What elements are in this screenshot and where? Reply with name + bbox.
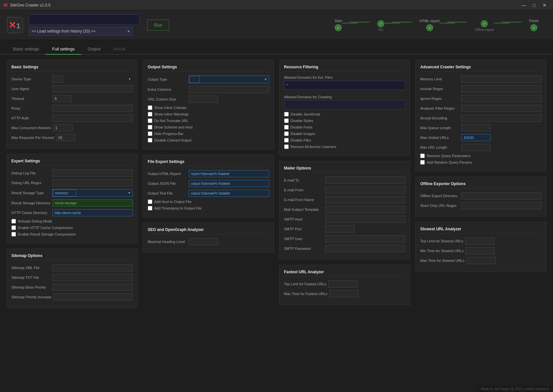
max-queue-length-input[interactable]: [461, 124, 491, 131]
max-rps-input[interactable]: [56, 134, 76, 141]
timeout-input[interactable]: [52, 95, 72, 102]
disable-js-checkbox[interactable]: [284, 112, 289, 116]
memory-limit-label: Memory Limit: [420, 77, 459, 81]
header: ✕ 1 https://crawler.siteone.io == Load s…: [0, 10, 553, 40]
remove-anchor-label: Remove All Anchor Listeners: [291, 145, 337, 149]
min-time-slowest-input[interactable]: [465, 247, 495, 254]
history-select[interactable]: == Load settings from history (33) ==: [29, 27, 133, 36]
show-scheme-host-checkbox[interactable]: [148, 125, 152, 129]
step-finish-label: Finish: [529, 19, 539, 23]
smtp-port-input[interactable]: [325, 225, 354, 233]
top-limit-slowest-label: Top Limit for Slowest URLs: [420, 239, 463, 243]
top-limit-slowest-input[interactable]: [465, 237, 494, 245]
store-only-url-regex-input[interactable]: [461, 202, 542, 209]
add-timestamp-checkbox[interactable]: [148, 206, 152, 210]
debug-url-input[interactable]: [52, 179, 133, 186]
max-workers-row: Max Concurrent Workers: [11, 124, 133, 131]
accept-encoding-input[interactable]: [461, 115, 542, 122]
seo-analyzer-title: SEO and OpenGraph Analyzer: [148, 227, 269, 234]
step-line-3: [447, 22, 467, 22]
email-from-name-input[interactable]: [325, 196, 406, 203]
sitemap-base-priority-input[interactable]: [52, 284, 133, 291]
activate-debug-row: Activate Debug Mode: [11, 219, 133, 223]
ignore-regex-input[interactable]: [461, 95, 542, 102]
analyzer-filter-regex-label: Analyzer Filter Regex: [420, 106, 459, 110]
smtp-password-input[interactable]: [325, 245, 406, 252]
output-type-select[interactable]: [189, 76, 200, 83]
offline-export-dir-input[interactable]: [461, 192, 542, 199]
close-button[interactable]: ✕: [540, 1, 549, 10]
tab-result[interactable]: Result: [107, 44, 132, 55]
tab-full-settings[interactable]: Full settings: [46, 44, 81, 55]
sitemap-priority-increase-input[interactable]: [53, 293, 133, 301]
advanced-crawler-title: Advanced Crawler Settings: [420, 65, 542, 72]
minimize-button[interactable]: —: [519, 1, 528, 10]
smtp-port-label: SMTP Port: [284, 227, 323, 231]
remove-anchor-checkbox[interactable]: [284, 144, 289, 149]
sitemap-xml-input[interactable]: [52, 264, 133, 271]
add-host-checkbox[interactable]: [148, 199, 152, 204]
max-url-length-input[interactable]: [461, 144, 491, 151]
tab-output[interactable]: Output: [81, 44, 107, 55]
do-not-truncate-checkbox[interactable]: [148, 118, 152, 123]
disable-colored-output-checkbox[interactable]: [148, 138, 152, 142]
output-html-report-label: Output HTML Report: [148, 172, 187, 176]
url-column-size-input[interactable]: [189, 96, 218, 103]
extra-columns-input[interactable]: [189, 86, 269, 93]
url-input[interactable]: https://crawler.siteone.io: [29, 14, 139, 25]
show-inline-warnings-checkbox[interactable]: [148, 112, 152, 116]
output-json-file-input[interactable]: [189, 180, 269, 187]
max-time-slowest-input[interactable]: [466, 257, 496, 264]
add-random-query-checkbox[interactable]: [420, 160, 425, 165]
disable-files-checkbox[interactable]: [284, 138, 289, 142]
output-text-file-input[interactable]: [189, 190, 269, 197]
footer: Made by Jan Reges @ 2023, crawler.siteon…: [477, 386, 553, 392]
step-line-1: [350, 22, 369, 22]
tab-basic-settings[interactable]: Basic settings: [7, 44, 46, 55]
email-to-input[interactable]: [325, 177, 406, 184]
memory-limit-input[interactable]: [461, 75, 542, 83]
http-cache-compression-checkbox[interactable]: [11, 225, 16, 230]
maximal-heading-label: Maximal Heading Level: [148, 240, 187, 244]
maximize-button[interactable]: □: [530, 1, 539, 10]
max-workers-input[interactable]: [53, 124, 73, 131]
disable-styles-checkbox[interactable]: [284, 118, 289, 123]
http-cache-dir-input[interactable]: [52, 209, 133, 216]
run-button[interactable]: Run: [147, 20, 169, 31]
show-inline-criticals-checkbox[interactable]: [148, 105, 152, 110]
result-storage-compression-checkbox[interactable]: [11, 232, 16, 237]
max-time-slowest-row: Max Time for Slowest URLs: [420, 257, 542, 264]
output-html-report-row: Output HTML Report: [148, 170, 269, 177]
step-percent-sub: 0%: [379, 28, 383, 32]
proxy-input[interactable]: [52, 105, 133, 112]
user-agent-input[interactable]: [52, 85, 133, 92]
top-limit-fastest-input[interactable]: [328, 280, 357, 288]
hide-progress-bar-label: Hide Progress Bar: [154, 132, 184, 136]
sitemap-txt-input[interactable]: [52, 274, 133, 281]
device-type-select[interactable]: [52, 75, 63, 83]
http-auth-input[interactable]: [52, 115, 133, 122]
remove-query-params-checkbox[interactable]: [420, 154, 425, 158]
smtp-user-input[interactable]: [325, 235, 406, 242]
output-html-report-input[interactable]: [189, 170, 269, 177]
email-from-input[interactable]: [325, 186, 406, 194]
max-time-fastest-input[interactable]: [329, 290, 359, 297]
disable-styles-row: Disable Styles: [284, 118, 406, 123]
smtp-host-row: SMTP Host: [284, 216, 406, 223]
debug-log-input[interactable]: [52, 169, 133, 177]
result-storage-type-select[interactable]: memory: [53, 189, 76, 196]
analyzer-filter-regex-input[interactable]: [461, 105, 542, 112]
smtp-host-input[interactable]: [325, 216, 406, 223]
include-regex-input[interactable]: [461, 85, 542, 92]
disable-fonts-checkbox[interactable]: [284, 125, 289, 129]
mail-subject-input[interactable]: [325, 206, 406, 213]
allowed-domains-ext-input[interactable]: [284, 81, 406, 90]
result-storage-dir-input[interactable]: [52, 199, 133, 207]
disable-images-checkbox[interactable]: [284, 131, 289, 136]
user-agent-row: User Agent: [11, 85, 133, 92]
result-storage-dir-label: Result Storage Directory: [11, 201, 50, 205]
max-visited-urls-input[interactable]: [461, 134, 491, 141]
hide-progress-bar-checkbox[interactable]: [148, 131, 152, 136]
maximal-heading-input[interactable]: [189, 238, 218, 245]
activate-debug-checkbox[interactable]: [11, 219, 16, 223]
